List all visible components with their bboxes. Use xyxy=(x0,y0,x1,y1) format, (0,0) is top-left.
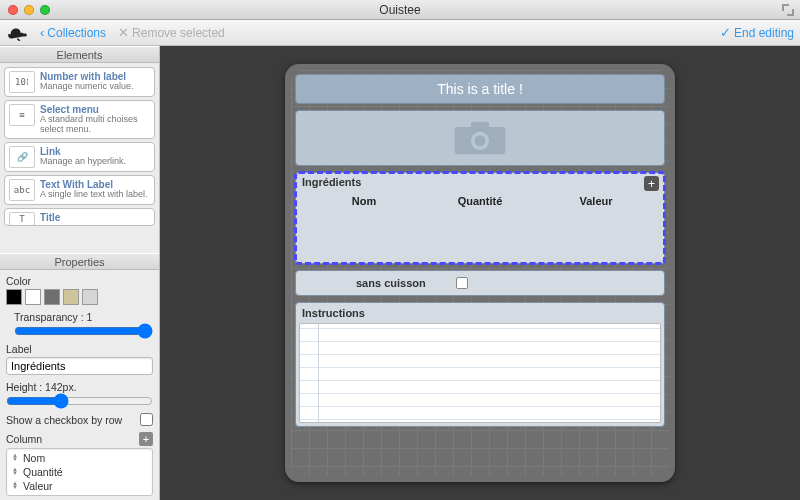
table-col-valeur: Valeur xyxy=(538,195,654,207)
color-swatch-black[interactable] xyxy=(6,289,22,305)
table-title: Ingrédients xyxy=(302,176,361,188)
column-list: ▲▼Nom ▲▼Quantité ▲▼Valeur xyxy=(6,448,153,496)
element-select-menu[interactable]: ≡ Select menuA standard multi choises se… xyxy=(4,100,155,139)
column-item-quantite[interactable]: ▲▼Quantité xyxy=(9,465,150,479)
table-add-button[interactable]: + xyxy=(644,176,659,191)
end-editing-button[interactable]: ✓ End editing xyxy=(720,26,794,40)
table-component-selected[interactable]: Ingrédients + Nom Quantité Valeur xyxy=(295,172,665,264)
form-card[interactable]: This is a title ! Ingrédients + Nom Quan… xyxy=(285,64,675,482)
elements-list: 10⁞ Number with labelManage numeric valu… xyxy=(0,63,159,253)
element-text-with-label[interactable]: abc Text With LabelA single line text wi… xyxy=(4,175,155,205)
reorder-icon: ▲▼ xyxy=(10,481,20,491)
element-desc: Manage numeric value. xyxy=(40,82,134,92)
camera-icon xyxy=(450,118,510,158)
element-number-with-label[interactable]: 10⁞ Number with labelManage numeric valu… xyxy=(4,67,155,97)
add-column-button[interactable]: + xyxy=(139,432,153,446)
elements-panel-header: Elements xyxy=(0,46,159,63)
color-swatch-tan[interactable] xyxy=(63,289,79,305)
window-minimize-button[interactable] xyxy=(24,5,34,15)
number-label-icon: 10⁞ xyxy=(9,71,35,93)
height-slider[interactable] xyxy=(6,395,153,407)
column-name: Valeur xyxy=(23,480,53,492)
select-menu-icon: ≡ xyxy=(9,104,35,126)
checkmark-icon: ✓ xyxy=(720,26,731,39)
transparency-slider[interactable] xyxy=(14,325,153,337)
color-swatches xyxy=(6,289,153,305)
text-label-icon: abc xyxy=(9,179,35,201)
window-zoom-button[interactable] xyxy=(40,5,50,15)
color-swatch-white[interactable] xyxy=(25,289,41,305)
column-item-nom[interactable]: ▲▼Nom xyxy=(9,451,150,465)
properties-panel: Color Transparancy : 1 Label Height : 14… xyxy=(0,270,159,500)
label-field-label: Label xyxy=(6,343,153,355)
remove-x-icon: ✕ xyxy=(118,26,129,39)
table-col-nom: Nom xyxy=(306,195,422,207)
column-name: Nom xyxy=(23,452,45,464)
window-title: Ouistee xyxy=(379,3,420,17)
notepad-area[interactable] xyxy=(299,323,661,423)
remove-selected-button[interactable]: ✕ Remove selected xyxy=(118,26,225,40)
element-link[interactable]: 🔗 LinkManage an hyperlink. xyxy=(4,142,155,172)
photo-component[interactable] xyxy=(295,110,665,166)
svg-rect-1 xyxy=(471,122,489,129)
sidebar: Elements 10⁞ Number with labelManage num… xyxy=(0,46,160,500)
element-desc: A single line text with label. xyxy=(40,190,148,200)
table-columns: Nom Quantité Valeur xyxy=(296,195,664,207)
transparency-label: Transparancy : 1 xyxy=(14,311,153,323)
table-col-quantite: Quantité xyxy=(422,195,538,207)
instructions-component[interactable]: Instructions xyxy=(295,302,665,427)
element-desc: A standard multi choises select menu. xyxy=(40,115,150,135)
checkbox-text: sans cuisson xyxy=(356,277,426,289)
element-title: Title xyxy=(40,212,60,223)
title-text: This is a title ! xyxy=(437,81,523,97)
back-chevron-icon: ‹ xyxy=(40,26,44,39)
window-close-button[interactable] xyxy=(8,5,18,15)
element-desc: Manage an hyperlink. xyxy=(40,157,126,167)
app-logo-icon xyxy=(6,24,28,42)
fullscreen-button[interactable] xyxy=(782,4,794,16)
height-label: Height : 142px. xyxy=(6,381,153,393)
color-label: Color xyxy=(6,275,153,287)
collections-label: Collections xyxy=(47,26,106,40)
show-checkbox-toggle[interactable] xyxy=(140,413,153,426)
show-checkbox-label: Show a checkbox by row xyxy=(6,414,122,426)
editor-canvas[interactable]: This is a title ! Ingrédients + Nom Quan… xyxy=(160,46,800,500)
properties-panel-header: Properties xyxy=(0,253,159,270)
reorder-icon: ▲▼ xyxy=(10,453,20,463)
color-swatch-dark-gray[interactable] xyxy=(44,289,60,305)
main-toolbar: ‹ Collections ✕ Remove selected ✓ End ed… xyxy=(0,20,800,46)
link-icon: 🔗 xyxy=(9,146,35,168)
end-editing-label: End editing xyxy=(734,26,794,40)
label-input[interactable] xyxy=(6,357,153,375)
collections-button[interactable]: ‹ Collections xyxy=(40,26,106,40)
element-title[interactable]: T Title xyxy=(4,208,155,226)
title-icon: T xyxy=(9,212,35,226)
card-checkbox[interactable] xyxy=(456,277,468,289)
column-label: Column xyxy=(6,433,42,445)
column-name: Quantité xyxy=(23,466,63,478)
checkbox-component[interactable]: sans cuisson xyxy=(295,270,665,296)
instructions-title: Instructions xyxy=(296,303,664,323)
svg-point-3 xyxy=(475,135,486,146)
column-item-valeur[interactable]: ▲▼Valeur xyxy=(9,479,150,493)
color-swatch-light-gray[interactable] xyxy=(82,289,98,305)
mac-titlebar: Ouistee xyxy=(0,0,800,20)
remove-selected-label: Remove selected xyxy=(132,26,225,40)
title-component[interactable]: This is a title ! xyxy=(295,74,665,104)
reorder-icon: ▲▼ xyxy=(10,467,20,477)
